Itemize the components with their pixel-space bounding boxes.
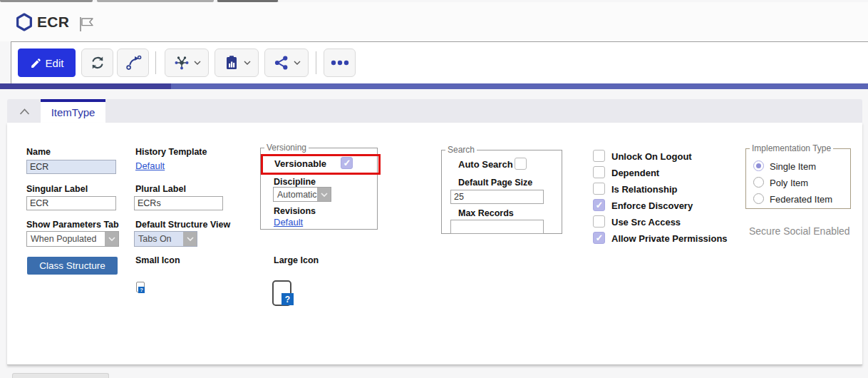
flag-icon[interactable] bbox=[77, 15, 97, 36]
name-label: Name bbox=[26, 147, 51, 157]
show-parameters-tab-select[interactable]: When Populated bbox=[26, 231, 119, 247]
application-window: ECR Edit bbox=[0, 0, 868, 378]
secure-social-enabled-text: Secure Social Enabled bbox=[749, 225, 850, 237]
promote-arrow-icon bbox=[125, 54, 142, 71]
broken-image-icon: ? bbox=[281, 293, 294, 305]
singular-label-input[interactable] bbox=[26, 196, 116, 210]
dependent-checkbox[interactable] bbox=[593, 166, 605, 178]
share-icon bbox=[273, 54, 290, 71]
reports-menu-button[interactable] bbox=[215, 48, 259, 77]
discipline-select[interactable]: Automatic bbox=[273, 187, 331, 202]
default-page-size-label: Default Page Size bbox=[458, 178, 532, 188]
discipline-value: Automatic bbox=[274, 190, 317, 200]
toolbar-separator bbox=[155, 51, 156, 74]
edit-button[interactable]: Edit bbox=[18, 48, 76, 77]
form-tab-strip: ItemType bbox=[7, 99, 862, 123]
unlock-on-logout-label: Unlock On Logout bbox=[611, 151, 692, 162]
enforce-discovery-label: Enforce Discovery bbox=[611, 200, 693, 211]
plural-label-label: Plural Label bbox=[135, 184, 186, 194]
versionable-label: Versionable bbox=[274, 158, 326, 169]
toolbar-accent-bar-segment bbox=[0, 83, 171, 89]
default-structure-view-select[interactable]: Tabs On bbox=[134, 231, 197, 247]
show-parameters-tab-label: Show Parameters Tab bbox=[26, 220, 119, 230]
default-structure-view-value: Tabs On bbox=[135, 234, 172, 244]
discipline-label: Discipline bbox=[274, 177, 316, 187]
poly-item-radio[interactable] bbox=[753, 177, 764, 188]
small-icon-label: Small Icon bbox=[135, 255, 180, 265]
allow-private-permissions-checkbox[interactable] bbox=[593, 232, 605, 244]
aras-hexagon-logo-icon bbox=[14, 12, 34, 35]
allow-private-permissions-label: Allow Private Permissions bbox=[611, 233, 728, 244]
toolbar-separator bbox=[316, 51, 316, 74]
federated-item-radio[interactable] bbox=[753, 193, 764, 204]
refresh-icon bbox=[89, 54, 106, 71]
name-input[interactable] bbox=[26, 160, 116, 174]
toolbar-accent-bar bbox=[0, 83, 868, 89]
enforce-discovery-checkbox[interactable] bbox=[593, 199, 605, 211]
large-icon-label: Large Icon bbox=[274, 255, 319, 265]
auto-search-checkbox[interactable] bbox=[515, 158, 527, 170]
max-records-input[interactable] bbox=[450, 220, 544, 234]
broken-image-icon: ? bbox=[138, 287, 145, 293]
show-parameters-tab-value: When Populated bbox=[27, 234, 96, 244]
use-src-access-checkbox[interactable] bbox=[593, 215, 605, 228]
class-structure-button[interactable]: Class Structure bbox=[27, 257, 118, 275]
tab-itemtype[interactable]: ItemType bbox=[41, 99, 105, 123]
is-relationship-checkbox[interactable] bbox=[593, 183, 605, 195]
small-icon-placeholder[interactable]: ? bbox=[136, 282, 145, 292]
hub-network-icon bbox=[173, 54, 190, 71]
chevron-down-icon[interactable] bbox=[317, 188, 331, 201]
max-records-label: Max Records bbox=[458, 208, 514, 218]
plural-label-input[interactable] bbox=[134, 196, 223, 210]
single-item-label: Single Item bbox=[770, 161, 816, 172]
history-template-link[interactable]: Default bbox=[135, 160, 165, 171]
default-structure-view-label: Default Structure View bbox=[135, 220, 230, 230]
itemtype-form-panel: Name Singular Label Show Parameters Tab … bbox=[7, 123, 862, 365]
item-header: ECR bbox=[0, 2, 868, 41]
auto-search-label: Auto Search bbox=[458, 159, 513, 170]
ellipsis-icon bbox=[331, 60, 349, 66]
history-template-label: History Template bbox=[135, 147, 207, 157]
pencil-icon bbox=[30, 57, 42, 69]
structure-menu-button[interactable] bbox=[165, 48, 209, 77]
page-title: ECR bbox=[37, 14, 69, 31]
edit-button-label: Edit bbox=[46, 57, 64, 69]
federated-item-label: Federated Item bbox=[770, 194, 832, 205]
versionable-checkbox[interactable] bbox=[341, 157, 353, 169]
share-menu-button[interactable] bbox=[264, 48, 309, 77]
clipboard-chart-icon bbox=[223, 54, 240, 71]
unlock-on-logout-checkbox[interactable] bbox=[593, 150, 605, 162]
revisions-link[interactable]: Default bbox=[274, 217, 303, 228]
collapse-panel-button[interactable] bbox=[16, 105, 33, 118]
chevron-down-icon[interactable] bbox=[105, 232, 118, 246]
dependent-label: Dependent bbox=[611, 168, 659, 178]
use-src-access-label: Use Src Access bbox=[611, 217, 681, 228]
chevron-down-icon[interactable] bbox=[183, 232, 197, 246]
singular-label-label: Singular Label bbox=[26, 184, 88, 194]
chevron-down-icon bbox=[244, 61, 251, 65]
implementation-type-legend: Implementation Type bbox=[750, 143, 833, 153]
chevron-down-icon bbox=[194, 61, 201, 65]
search-legend: Search bbox=[445, 145, 477, 155]
chevron-down-icon bbox=[294, 61, 301, 65]
poly-item-label: Poly Item bbox=[770, 178, 808, 188]
default-page-size-input[interactable] bbox=[450, 190, 544, 204]
promote-button[interactable] bbox=[117, 48, 149, 77]
refresh-button[interactable] bbox=[81, 48, 113, 77]
toolbar: Edit bbox=[11, 41, 868, 83]
more-actions-button[interactable] bbox=[324, 48, 356, 77]
versioning-legend: Versioning bbox=[264, 143, 309, 153]
is-relationship-label: Is Relationship bbox=[611, 184, 677, 195]
tab-itemtype-label: ItemType bbox=[51, 106, 95, 118]
revisions-label: Revisions bbox=[274, 206, 316, 216]
bottom-panel-remnant bbox=[12, 373, 109, 378]
single-item-radio[interactable] bbox=[753, 160, 764, 171]
large-icon-placeholder[interactable]: ? bbox=[272, 280, 291, 306]
